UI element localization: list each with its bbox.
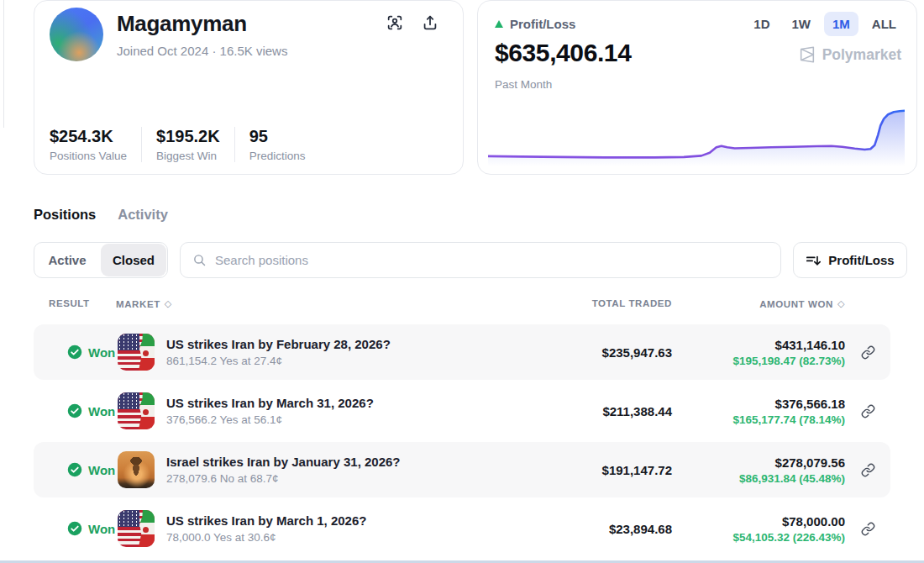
avatar[interactable] xyxy=(50,8,103,61)
up-triangle-icon xyxy=(495,20,503,28)
position-detail: 278,079.6 No at 68.7¢ xyxy=(166,472,538,485)
table-row[interactable]: Won US strikes Iran by March 31, 2026? 3… xyxy=(34,383,890,439)
sort-diamond-icon: ◇ xyxy=(837,298,845,309)
share-icon[interactable] xyxy=(421,13,439,32)
search-icon xyxy=(192,253,207,267)
table-header: RESULT MARKET◇ TOTAL TRADED AMOUNT WON◇ xyxy=(34,298,890,315)
sort-descending-icon xyxy=(806,254,821,267)
position-detail: 861,154.2 Yes at 27.4¢ xyxy=(166,355,538,367)
market-title[interactable]: US strikes Iran by March 1, 2026? xyxy=(166,513,538,528)
total-traded-value: $191,147.72 xyxy=(538,463,672,477)
link-icon[interactable] xyxy=(861,522,875,536)
stat-biggest-win: $195.2K Biggest Win xyxy=(156,127,234,162)
won-check-icon xyxy=(67,521,82,536)
total-traded-value: $23,894.68 xyxy=(538,522,672,536)
column-market[interactable]: MARKET◇ xyxy=(116,298,172,309)
tab-positions[interactable]: Positions xyxy=(34,207,96,223)
market-image-us-iran-flags xyxy=(118,510,155,547)
range-1m[interactable]: 1M xyxy=(824,12,858,36)
stat-predictions: 95 Predictions xyxy=(249,127,320,162)
chart-area-fill xyxy=(488,111,905,166)
range-1w[interactable]: 1W xyxy=(783,12,819,36)
pnl-label-group: Profit/Loss xyxy=(495,12,575,31)
amount-won-value: $78,000.00 xyxy=(672,514,845,529)
amount-won-value: $431,146.10 xyxy=(672,338,845,352)
profile-stats: $254.3K Positions Value $195.2K Biggest … xyxy=(50,127,319,162)
sort-button-label: Profit/Loss xyxy=(828,253,894,267)
link-icon[interactable] xyxy=(861,404,875,418)
username: Magamyman xyxy=(117,11,247,37)
profit-detail: $165,177.74 (78.14%) xyxy=(672,413,845,426)
search-input[interactable] xyxy=(215,253,769,267)
stat-positions-value: $254.3K Positions Value xyxy=(50,127,141,162)
result-label: Won xyxy=(88,345,115,360)
result-label: Won xyxy=(88,463,115,477)
sort-profit-loss-button[interactable]: Profit/Loss xyxy=(793,242,907,278)
pnl-period: Past Month xyxy=(495,78,552,91)
polymarket-watermark: Polymarket xyxy=(798,45,901,64)
market-title[interactable]: US strikes Iran by March 31, 2026? xyxy=(166,396,538,410)
profile-page: Magamyman Joined Oct 2024 · 16.5K views … xyxy=(0,0,924,563)
profile-meta: Joined Oct 2024 · 16.5K views xyxy=(117,44,287,58)
link-icon[interactable] xyxy=(861,463,875,477)
segment-closed[interactable]: Closed xyxy=(101,244,166,276)
column-total-traded: TOTAL TRADED xyxy=(538,298,672,308)
result-label: Won xyxy=(88,522,115,536)
link-icon[interactable] xyxy=(861,345,875,360)
search-box xyxy=(180,242,781,278)
scan-profile-icon[interactable] xyxy=(386,13,404,32)
profit-detail: $86,931.84 (45.48%) xyxy=(672,472,845,485)
market-image-us-iran-flags xyxy=(118,392,155,429)
polymarket-logo-text: Polymarket xyxy=(822,46,901,64)
amount-won-value: $278,079.56 xyxy=(672,455,845,470)
won-check-icon xyxy=(67,345,82,360)
pnl-label: Profit/Loss xyxy=(510,17,575,31)
pnl-card: Profit/Loss 1D 1W 1M ALL $635,406.14 Pas… xyxy=(477,0,917,175)
total-traded-value: $211,388.44 xyxy=(538,404,672,418)
table-row[interactable]: Won Israel strikes Iran by January 31, 2… xyxy=(34,442,890,497)
stat-divider xyxy=(141,127,142,162)
table-row[interactable]: Won US strikes Iran by March 1, 2026? 78… xyxy=(34,501,890,556)
column-amount-won[interactable]: AMOUNT WON◇ xyxy=(677,298,845,309)
range-all[interactable]: ALL xyxy=(864,12,905,36)
market-image-us-iran-flags xyxy=(118,334,155,371)
positions-list: Won US strikes Iran by February 28, 2026… xyxy=(34,324,890,560)
table-row[interactable]: Won US strikes Iran by February 28, 2026… xyxy=(34,324,890,380)
market-title[interactable]: Israel strikes Iran by January 31, 2026? xyxy=(166,455,538,469)
tab-activity[interactable]: Activity xyxy=(118,207,168,223)
profit-detail: $195,198.47 (82.73%) xyxy=(672,355,845,367)
profit-detail: $54,105.32 (226.43%) xyxy=(672,531,845,544)
range-1d[interactable]: 1D xyxy=(745,12,778,36)
sort-diamond-icon: ◇ xyxy=(165,298,172,309)
time-range-selector: 1D 1W 1M ALL xyxy=(745,12,905,36)
status-segmented-control: Active Closed xyxy=(34,242,168,278)
won-check-icon xyxy=(67,403,82,418)
segment-active[interactable]: Active xyxy=(34,243,100,277)
market-image-explosion xyxy=(118,451,155,488)
stat-divider xyxy=(234,127,235,162)
amount-won-value: $376,566.18 xyxy=(672,397,845,411)
profile-card: Magamyman Joined Oct 2024 · 16.5K views … xyxy=(34,0,464,175)
column-result: RESULT xyxy=(49,298,90,308)
polymarket-logo-icon xyxy=(798,45,816,64)
total-traded-value: $235,947.63 xyxy=(538,345,672,360)
section-tabs: Positions Activity xyxy=(34,207,168,223)
pnl-chart xyxy=(488,94,905,166)
won-check-icon xyxy=(67,462,82,477)
position-detail: 78,000.0 Yes at 30.6¢ xyxy=(166,531,538,544)
market-title[interactable]: US strikes Iran by February 28, 2026? xyxy=(166,337,538,351)
pnl-value: $635,406.14 xyxy=(495,39,631,67)
position-detail: 376,566.2 Yes at 56.1¢ xyxy=(166,413,538,426)
cropped-left-divider xyxy=(3,0,4,128)
result-label: Won xyxy=(88,404,115,418)
